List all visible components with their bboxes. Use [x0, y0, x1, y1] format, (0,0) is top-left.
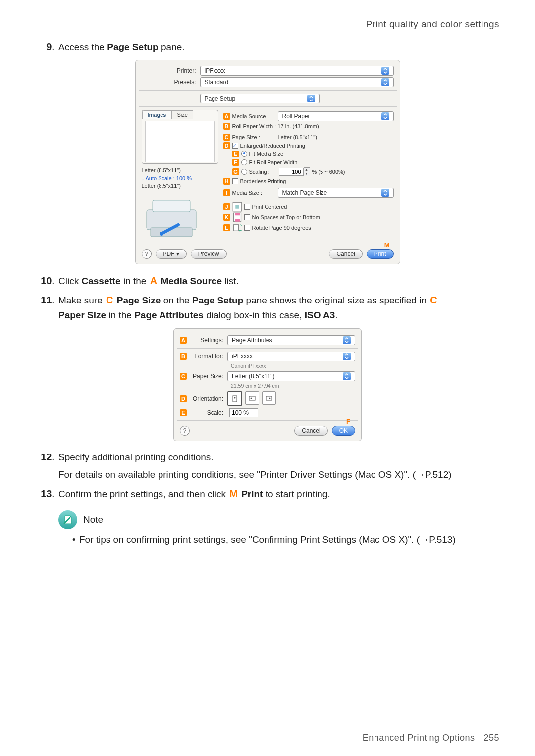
no-spaces-label: No Spaces at Top or Bottom [252, 214, 320, 220]
s11-l1-1: C [105, 295, 114, 305]
callout-J: J [223, 203, 230, 210]
media-size-label: Media Size : [232, 190, 278, 196]
page-setup-dialog: Printer: iPFxxxx Presets: Standard Page … [135, 60, 400, 264]
callout-G: G [232, 168, 239, 175]
step-12: 12. Specify additional printing conditio… [36, 450, 499, 464]
step-11-number: 11. [36, 295, 58, 306]
fit-media-size-radio[interactable] [241, 151, 247, 157]
callout-I: I [223, 189, 230, 196]
pdf-button[interactable]: PDF ▾ [156, 249, 187, 259]
callout-B: B [223, 123, 230, 130]
callout-L: L [223, 224, 230, 231]
s11-l1-6: pane shows the original size as specifie… [243, 295, 429, 305]
format-for-sublabel: Canon iPFxxxx [231, 363, 355, 369]
chevron-updown-icon [343, 353, 351, 360]
fit-roll-width-label: Fit Roll Paper Width [249, 159, 298, 165]
s13-p3: Print [241, 489, 263, 499]
orientation-reverse-landscape-button[interactable] [262, 391, 276, 405]
presets-select[interactable]: Standard [200, 77, 394, 87]
cancel-button[interactable]: Cancel [329, 249, 362, 259]
step9-bold: Page Setup [107, 42, 158, 52]
callout-E: E [232, 151, 239, 157]
fit-roll-width-radio[interactable] [241, 159, 247, 165]
ok-button[interactable]: OK [332, 426, 355, 436]
step-10: 10. Click Cassette in the A Media Source… [36, 273, 499, 289]
paper-size-select[interactable]: Letter (8.5"x11") [227, 371, 355, 381]
roll-width-label: Roll Paper Width : [232, 123, 278, 129]
print-centered-checkbox[interactable] [244, 204, 250, 210]
roll-width-value: 17 in. (431.8mm) [278, 123, 319, 129]
svg-point-13 [251, 398, 252, 399]
media-source-select[interactable]: Roll Paper [278, 111, 394, 121]
callout-A: A [223, 113, 230, 120]
step-11-text: Make sure C Page Size on the Page Setup … [58, 293, 438, 322]
svg-point-15 [269, 398, 271, 399]
cancel-button-2[interactable]: Cancel [294, 426, 327, 436]
rotate-90-checkbox[interactable] [244, 225, 250, 231]
reverse-landscape-icon [265, 394, 273, 402]
preview-button[interactable]: Preview [191, 249, 227, 259]
tab-size[interactable]: Size [171, 110, 193, 119]
note-label: Note [83, 514, 103, 525]
svg-rect-12 [249, 396, 255, 400]
callout-K: K [223, 214, 230, 221]
svg-rect-5 [235, 205, 239, 209]
s13-p0: Confirm the print settings, and then cli… [58, 489, 228, 499]
scaling-suffix: % (5 ~ 600%) [312, 169, 345, 175]
s11-l1-5: Page Setup [192, 295, 243, 305]
note-bullet: • For tips on confirming print settings,… [72, 532, 499, 547]
media-source-value: Roll Paper [282, 113, 310, 120]
s11-l1-3: Page Size [117, 295, 161, 305]
page-footer: Enhanced Printing Options 255 [363, 733, 499, 743]
s11-l2-0: Paper Size [58, 310, 106, 320]
chevron-updown-icon [381, 112, 389, 120]
page-size-label: Page Size : [232, 134, 278, 140]
scaling-stepper[interactable]: ▲▼ [279, 167, 310, 176]
format-for-select[interactable]: iPFxxxx [227, 352, 355, 361]
scaling-radio[interactable] [241, 169, 247, 175]
pane-select[interactable]: Page Setup [200, 94, 320, 103]
step-9-text: Access the Page Setup pane. [58, 40, 185, 54]
help-button[interactable]: ? [142, 249, 152, 259]
settings-select[interactable]: Page Attributes [227, 335, 355, 345]
chevron-updown-icon [381, 78, 389, 86]
format-for-label: Format for: [189, 353, 227, 360]
scaling-label: Scaling : [249, 169, 279, 175]
paper-size-sublabel: 21.59 cm x 27.94 cm [231, 383, 355, 389]
borderless-checkbox[interactable] [232, 178, 238, 184]
stepper-arrows-icon[interactable]: ▲▼ [304, 167, 310, 176]
no-spaces-checkbox[interactable] [244, 214, 250, 220]
step-9: 9. Access the Page Setup pane. [36, 40, 499, 54]
printer-select[interactable]: iPFxxxx [200, 66, 394, 76]
s11-l1-4: on the [160, 295, 192, 305]
print-centered-icon [232, 202, 242, 211]
tab-images[interactable]: Images [142, 110, 172, 119]
orientation-portrait-button[interactable] [227, 391, 242, 406]
help-button-2[interactable]: ? [180, 426, 190, 436]
enlarged-reduced-label: Enlarged/Reduced Printing [240, 143, 305, 149]
scale-input[interactable] [229, 408, 258, 417]
s11-l1-0: Make sure [58, 295, 105, 305]
left-info-line2: ↓ Auto Scale : 100 % [142, 175, 218, 182]
scaling-input[interactable] [279, 168, 304, 176]
svg-rect-10 [233, 396, 237, 402]
callout-C: C [223, 134, 230, 141]
orientation-landscape-button[interactable] [245, 391, 259, 405]
s11-l2-1: in the [106, 310, 134, 320]
note-bullet-text: For tips on confirming print settings, s… [79, 532, 456, 547]
callout-D2: D [180, 395, 187, 402]
step-12-detail: For details on available printing condit… [58, 467, 499, 482]
print-button[interactable]: Print [367, 249, 394, 259]
callout-B2: B [180, 353, 187, 360]
callout-C2: C [180, 373, 187, 380]
step-10-number: 10. [36, 275, 58, 287]
left-info-line2-txt: Auto Scale : 100 % [145, 175, 192, 181]
step-13-text: Confirm the print settings, and then cli… [58, 486, 330, 502]
left-panel: Images Size Letter (8.5"x11") ↓ Auto Sca… [142, 110, 222, 240]
media-source-label: Media Source : [232, 113, 278, 119]
svg-rect-1 [153, 200, 190, 212]
callout-F2: F [346, 418, 350, 425]
enlarged-reduced-checkbox[interactable] [232, 143, 238, 149]
callout-H: H [223, 178, 230, 185]
media-size-select[interactable]: Match Page Size [278, 188, 394, 198]
